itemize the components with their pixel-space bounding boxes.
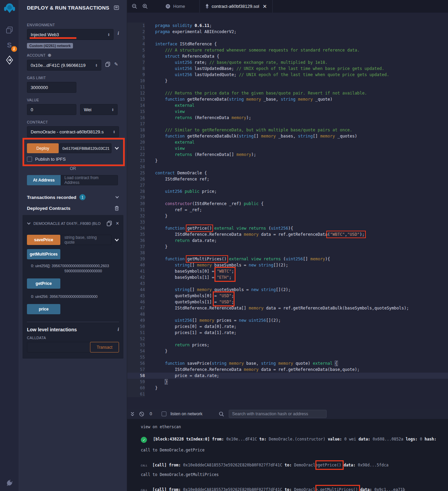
deployed-contract-card: DEMOORACLE AT 0X47F...F8080 (BLO × saveP… — [23, 215, 123, 359]
copy-account-icon[interactable] — [105, 62, 110, 67]
copy-address-icon[interactable] — [107, 221, 112, 226]
listen-network-checkbox[interactable] — [162, 411, 166, 416]
code-line: 15 view — [127, 109, 448, 115]
environment-label: ENVIRONMENT — [27, 23, 119, 27]
code-editor[interactable]: 1pragma solidity 0.6.11;2pragma experime… — [127, 13, 448, 409]
code-line: 12 /// Returns the price data for the gi… — [127, 90, 448, 96]
code-line: 45 quoteSymbols[0] = "USD"; — [127, 293, 448, 299]
select-arrows-icon: ▲▼ — [112, 108, 114, 111]
code-line: 20 external — [127, 139, 448, 145]
chevron-down-icon[interactable] — [27, 222, 31, 225]
code-line: 7 uint256 rate; // base/quote exchange r… — [127, 59, 448, 66]
publish-ipfs-checkbox[interactable] — [27, 157, 32, 162]
low-level-info-icon[interactable]: i — [118, 327, 119, 332]
terminal-row: call[call] from: 0x10e8ddeCA8185573e5926… — [141, 487, 448, 491]
code-line: 27 — [127, 182, 448, 188]
clear-console-icon[interactable] — [139, 411, 144, 417]
calldata-label: CALLDATA — [27, 336, 119, 340]
zoom-in-icon[interactable] — [143, 4, 148, 9]
docs-icon[interactable] — [114, 5, 119, 10]
code-line: 49 uint256[] memory prices = new uint256… — [127, 317, 448, 323]
solidity-compiler-icon[interactable]: S 1 — [3, 39, 16, 51]
code-line: 37 } — [127, 244, 448, 250]
gas-limit-label: GAS LIMIT — [27, 76, 119, 80]
code-line: 52 — [127, 336, 448, 342]
getprice-button[interactable]: getPrice — [27, 278, 60, 289]
price-button[interactable]: price — [27, 304, 60, 314]
saveprice-button[interactable]: savePrice — [27, 235, 60, 245]
transactions-count-badge: 1 — [79, 194, 86, 200]
code-line: 36 return data.rate; — [127, 237, 448, 244]
call-type-label: call — [141, 489, 148, 491]
code-line: 29 — [127, 194, 448, 201]
at-address-input[interactable]: Load contract from Address — [61, 175, 118, 185]
code-line: 53 return prices; — [127, 342, 448, 348]
code-line: 13 function getReferenceData(string memo… — [127, 96, 448, 102]
close-tab-icon[interactable]: ✕ — [263, 3, 267, 10]
terminal-search-input[interactable]: Search with transaction hash or address — [229, 410, 327, 418]
account-select[interactable]: 0x10e...dF41C (9.96066119 ▲▼ — [27, 60, 101, 71]
zoom-out-icon[interactable] — [132, 4, 137, 9]
contract-select[interactable]: DemoOracle - contract-a60bf38129.s ▲▼ — [27, 126, 119, 137]
environment-info-icon[interactable]: i — [118, 31, 119, 36]
deploy-button[interactable]: Deploy — [27, 143, 59, 153]
file-explorer-icon[interactable] — [3, 24, 16, 36]
gas-limit-input[interactable]: 3000000 — [27, 82, 76, 93]
red-annotation-underline — [30, 37, 76, 39]
transact-button[interactable]: Transact — [90, 342, 119, 352]
terminal-row: view on etherscan — [141, 424, 448, 429]
editor-region: Home contract-a60bf38129.sol ✕ 1pragma s… — [127, 0, 448, 491]
saveprice-args-input[interactable]: string base, string quote — [61, 235, 111, 245]
terminal-log[interactable]: view on etherscan✓[block:438228 txIndex:… — [127, 419, 448, 491]
deployed-contract-title: DEMOORACLE AT 0X47F...F8080 (BLO — [33, 221, 101, 226]
code-line: 5 /// A structure returned whenever some… — [127, 47, 448, 53]
code-line: 51 prices[1] = data[1].rate; — [127, 330, 448, 336]
remix-logo-icon[interactable] — [4, 3, 15, 15]
collapse-terminal-icon[interactable] — [131, 412, 134, 416]
terminal: 0 listen on network Search with transact… — [127, 409, 448, 491]
sign-message-icon[interactable]: ✎ — [114, 61, 118, 67]
solidity-file-icon — [205, 4, 209, 9]
tab-contract-file[interactable]: contract-a60bf38129.sol ✕ — [199, 0, 273, 13]
success-check-icon: ✓ — [141, 437, 147, 443]
tab-home[interactable]: Home — [160, 0, 191, 13]
code-line: 55 — [127, 354, 448, 360]
trash-icon[interactable] — [115, 206, 119, 211]
deploy-arg-input[interactable]: 0x61704EFB8b8120c03C21 — [59, 143, 111, 153]
code-line: 41 baseSymbols[0] = "WBTC"; — [127, 268, 448, 274]
chevron-down-icon[interactable] — [115, 239, 119, 242]
environment-select[interactable]: Injected Web3 ▲▼ — [27, 29, 114, 40]
value-unit-select[interactable]: Wei ▲▼ — [80, 104, 118, 115]
red-annotation-inline-box: getMultiPrices() — [187, 257, 227, 261]
code-line: 1pragma solidity 0.6.11; — [127, 23, 448, 29]
remove-contract-icon[interactable]: × — [116, 220, 119, 227]
chevron-down-icon[interactable] — [115, 147, 119, 150]
code-line: 44 string[] memory quoteSymbols = new st… — [127, 287, 448, 293]
select-arrows-icon: ▲▼ — [95, 63, 98, 67]
compiler-badge: 1 — [11, 46, 17, 52]
getprice-output: 0: uint256: 39567000000000000000000 — [27, 294, 119, 299]
deployed-contracts-label: Deployed Contracts — [27, 206, 71, 211]
code-line: 16 returns (ReferenceData memory); — [127, 115, 448, 121]
plugin-manager-icon[interactable] — [0, 479, 19, 487]
code-line: 47 IStdReference.ReferenceData[] memory … — [127, 305, 448, 311]
home-icon — [165, 4, 170, 9]
calldata-input[interactable] — [27, 342, 90, 352]
code-line: 50 prices[0] = data[0].rate; — [127, 323, 448, 330]
remix-ide-window: S 1 DEPLOY & RUN TRANSACTIONS — [0, 0, 448, 491]
code-line: 34 function getPrice() external view ret… — [127, 225, 448, 231]
chevron-down-icon[interactable] — [115, 196, 119, 199]
deploy-run-icon[interactable] — [3, 54, 16, 66]
select-arrows-icon: ▲▼ — [113, 130, 115, 133]
code-line: 58 price = data.rate; — [127, 373, 448, 379]
add-account-icon[interactable]: ⊕ — [48, 53, 51, 58]
value-input[interactable]: 0 — [27, 104, 76, 115]
getmultiprices-button[interactable]: getMultiPrices — [27, 249, 60, 259]
code-line: 33 — [127, 219, 448, 225]
code-line: 22 returns (ReferenceData[] memory); — [127, 151, 448, 158]
code-line: 18 /// Similar to getReferenceData, but … — [127, 127, 448, 133]
red-annotation-inline-box: .getMultiPrices() — [318, 487, 358, 491]
at-address-button[interactable]: At Address — [27, 175, 61, 185]
code-line: 60} — [127, 385, 448, 391]
publish-ipfs-label: Publish to IPFS — [35, 157, 66, 162]
